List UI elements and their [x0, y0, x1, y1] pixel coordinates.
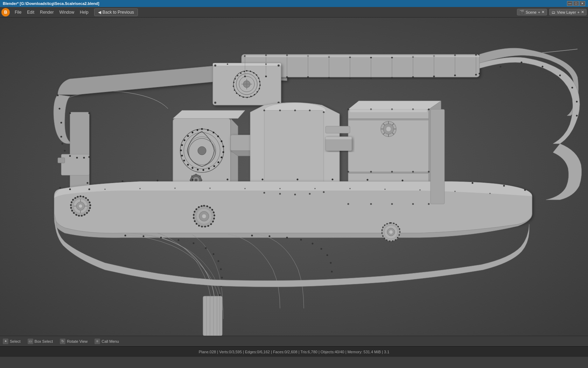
- svg-point-314: [391, 171, 393, 173]
- svg-point-277: [83, 157, 85, 159]
- svg-point-184: [205, 247, 207, 249]
- svg-point-287: [244, 188, 246, 189]
- svg-point-9: [250, 71, 251, 72]
- svg-point-254: [332, 179, 334, 180]
- svg-point-311: [428, 109, 430, 110]
- scene-remove-icon: ✕: [541, 10, 545, 14]
- menu-bar: B File Edit Render Window Help ◀ Back to…: [0, 7, 588, 18]
- layer-remove-icon: ✕: [581, 10, 584, 14]
- minimize-button[interactable]: —: [567, 1, 573, 6]
- svg-point-145: [198, 225, 200, 227]
- window-title: Blender* [G:\Downloads\tcg\Seca.Scale\se…: [3, 1, 99, 6]
- svg-point-174: [382, 230, 383, 231]
- svg-point-293: [454, 191, 456, 192]
- menu-render[interactable]: Render: [37, 8, 56, 16]
- svg-point-286: [209, 188, 211, 189]
- svg-rect-204: [203, 296, 222, 336]
- viewport-3d[interactable]: [0, 18, 588, 336]
- menu-help[interactable]: Help: [77, 8, 91, 16]
- svg-point-147: [194, 220, 196, 222]
- svg-point-32: [214, 64, 216, 67]
- svg-point-267: [576, 101, 578, 103]
- svg-point-137: [213, 212, 215, 213]
- svg-point-33: [278, 64, 280, 67]
- svg-point-270: [59, 108, 61, 110]
- svg-point-176: [384, 225, 385, 226]
- svg-point-143: [204, 226, 206, 227]
- svg-rect-40: [58, 158, 65, 163]
- box-select-label: Box Select: [35, 339, 53, 343]
- svg-point-109: [90, 204, 91, 206]
- svg-point-61: [181, 155, 183, 157]
- scene-selector[interactable]: 🎬 Scene + ✕: [517, 9, 547, 15]
- svg-point-45: [201, 128, 203, 130]
- menu-window[interactable]: Window: [56, 8, 77, 16]
- svg-point-119: [70, 207, 72, 209]
- svg-point-167: [395, 239, 396, 241]
- svg-point-292: [419, 189, 421, 191]
- svg-point-10: [253, 72, 254, 74]
- svg-point-247: [87, 182, 89, 184]
- svg-point-315: [412, 171, 414, 173]
- svg-point-179: [125, 235, 126, 237]
- call-menu-tool[interactable]: ≡ Call Menu: [94, 339, 119, 344]
- svg-point-36: [227, 63, 228, 65]
- menu-file[interactable]: File: [12, 8, 24, 16]
- svg-point-317: [348, 203, 349, 205]
- svg-point-175: [382, 227, 384, 228]
- svg-point-122: [72, 199, 74, 201]
- back-to-previous-button[interactable]: ◀ Back to Previous: [94, 8, 138, 16]
- svg-point-34: [214, 102, 216, 104]
- svg-point-178: [389, 222, 391, 224]
- svg-point-8: [246, 70, 247, 71]
- svg-point-12: [258, 77, 259, 79]
- rotate-view-label: Rotate View: [67, 339, 88, 343]
- svg-point-283: [104, 189, 106, 190]
- svg-point-149: [193, 214, 195, 216]
- svg-point-140: [212, 221, 214, 223]
- svg-point-108: [89, 202, 91, 203]
- svg-point-152: [198, 206, 200, 208]
- rotate-view-tool[interactable]: ↻ Rotate View: [60, 339, 88, 344]
- svg-rect-82: [264, 110, 324, 193]
- svg-point-121: [71, 202, 72, 203]
- view-layer-selector[interactable]: 🗂 View Layer + ✕: [549, 9, 587, 15]
- svg-point-251: [227, 179, 229, 180]
- window-controls[interactable]: — □ ✕: [567, 1, 585, 6]
- svg-point-289: [314, 188, 316, 189]
- svg-point-168: [392, 240, 393, 242]
- call-menu-label: Call Menu: [102, 339, 119, 343]
- svg-point-170: [386, 239, 387, 241]
- status-bar: ✦ Select ▭ Box Select ↻ Rotate View ≡ Ca…: [0, 336, 588, 346]
- svg-point-201: [327, 254, 328, 256]
- svg-point-280: [89, 113, 90, 114]
- maximize-button[interactable]: □: [573, 1, 579, 6]
- svg-point-303: [279, 193, 281, 195]
- svg-point-306: [323, 191, 325, 193]
- select-tool[interactable]: ✦ Select: [3, 339, 21, 344]
- svg-point-49: [221, 141, 223, 142]
- svg-point-165: [399, 234, 400, 236]
- svg-point-301: [323, 111, 325, 113]
- close-button[interactable]: ✕: [580, 1, 585, 6]
- svg-point-272: [61, 136, 62, 138]
- svg-point-17: [254, 94, 255, 95]
- svg-point-21: [239, 95, 240, 96]
- svg-point-182: [178, 239, 180, 241]
- box-select-tool[interactable]: ▭ Box Select: [28, 339, 53, 344]
- svg-point-264: [542, 66, 544, 68]
- menu-edit[interactable]: Edit: [24, 8, 37, 16]
- svg-point-190: [219, 294, 221, 296]
- svg-point-63: [181, 144, 183, 146]
- svg-point-103: [79, 204, 82, 208]
- back-button-label: Back to Previous: [103, 10, 134, 15]
- svg-point-66: [192, 132, 194, 134]
- svg-point-22: [236, 93, 237, 94]
- svg-point-316: [428, 171, 430, 173]
- svg-point-203: [331, 271, 333, 273]
- svg-point-124: [77, 196, 79, 198]
- svg-point-151: [196, 209, 197, 210]
- svg-point-67: [197, 129, 198, 131]
- svg-point-60: [183, 160, 185, 162]
- svg-point-307: [348, 109, 349, 110]
